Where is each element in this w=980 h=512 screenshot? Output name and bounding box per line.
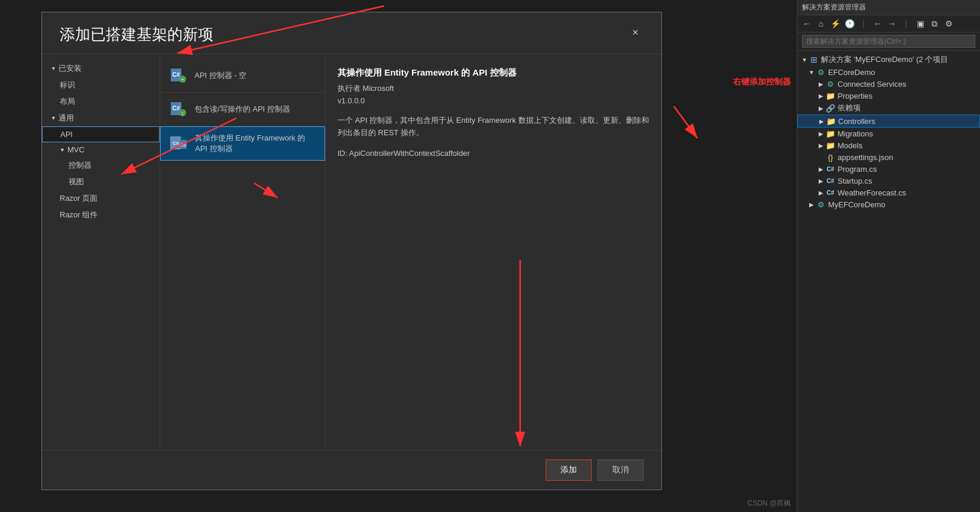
models-node[interactable]: ▶ 📁 Models xyxy=(797,139,980,151)
ctrl-chevron: ▶ xyxy=(817,116,826,126)
solution-label: 解决方案 'MyEFCoreDemo' (2 个项目 xyxy=(821,54,948,65)
desc-version: v1.0.0.0 xyxy=(338,96,650,105)
svg-text:+: + xyxy=(181,77,184,83)
api-rw-svg: C# ↕ xyxy=(168,100,187,119)
forward-btn[interactable]: → xyxy=(886,18,898,30)
cat-razor-pages[interactable]: Razor 页面 xyxy=(42,190,160,207)
properties-label: Properties xyxy=(838,92,872,100)
controllers-node[interactable]: ▶ 📁 Controllers xyxy=(797,115,980,128)
efcoredemo-chevron: ▼ xyxy=(807,67,816,77)
installed-chevron: ▼ xyxy=(51,66,56,71)
vs-icon[interactable]: ⚡ xyxy=(829,18,841,30)
cat-mvc[interactable]: ▼ MVC xyxy=(42,142,160,157)
myefcoredemo-node[interactable]: ▶ ⚙ MyEFCoreDemo xyxy=(797,198,980,210)
weatherforecast-label: WeatherForecast.cs xyxy=(838,188,906,197)
template-api-ef-icon: C# DB xyxy=(168,133,189,154)
template-api-empty-icon: C# + xyxy=(167,65,189,86)
annotation-right-click-text: 右键添加控制器 xyxy=(733,77,791,86)
template-api-rw-icon: C# ↕ xyxy=(167,99,189,120)
migrations-icon: 📁 xyxy=(826,129,835,138)
models-chevron: ▶ xyxy=(816,141,826,150)
sep2: | xyxy=(900,18,912,30)
cat-controllers[interactable]: 控制器 xyxy=(42,157,160,174)
controllers-label: Controllers xyxy=(838,117,875,126)
razor-components-label: Razor 组件 xyxy=(60,210,98,220)
cat-api[interactable]: API xyxy=(42,126,160,142)
api-empty-svg: C# + xyxy=(168,66,187,85)
desc-text: 一个 API 控制器，其中包含用于从 Entity Framework 数据上下… xyxy=(338,115,650,139)
myef-chevron: ▶ xyxy=(807,200,816,209)
identity-label: 标识 xyxy=(60,80,75,90)
template-api-empty[interactable]: C# + API 控制器 - 空 xyxy=(160,59,325,93)
connected-services-label: Connected Services xyxy=(838,80,906,89)
program-label: Program.cs xyxy=(838,165,877,174)
dialog-body: ▼ 已安装 标识 布局 ▼ 通用 API ▼ MVC 控制器 xyxy=(42,54,661,450)
dep-chevron: ▶ xyxy=(816,103,826,113)
desc-id: ID: ApiControllerWithContextScaffolder xyxy=(338,149,650,158)
home-btn[interactable]: ⌂ xyxy=(815,18,827,30)
back2-btn[interactable]: ← xyxy=(872,18,884,30)
dialog-header: 添加已搭建基架的新项 × xyxy=(42,12,661,54)
connected-services-node[interactable]: ▶ ⚙ Connected Services xyxy=(797,78,980,90)
weatherforecast-node[interactable]: ▶ C# WeatherForecast.cs xyxy=(797,187,980,198)
cat-installed[interactable]: ▼ 已安装 xyxy=(42,60,160,77)
api-ef-svg: C# DB xyxy=(169,134,188,153)
migrations-label: Migrations xyxy=(838,129,873,138)
dependencies-node[interactable]: ▶ 🔗 依赖项 xyxy=(797,102,980,115)
template-panel: C# + API 控制器 - 空 C# ↕ xyxy=(160,54,326,450)
dialog-title: 添加已搭建基架的新项 xyxy=(60,24,213,45)
migrations-node[interactable]: ▶ 📁 Migrations xyxy=(797,128,980,139)
dependencies-label: 依赖项 xyxy=(838,103,861,113)
svg-text:↕: ↕ xyxy=(181,110,184,116)
efcoredemo-node[interactable]: ▼ ⚙ EFCoreDemo xyxy=(797,66,980,78)
template-api-empty-label: API 控制器 - 空 xyxy=(194,70,246,81)
views-label: 视图 xyxy=(69,177,84,187)
controllers-cat-label: 控制器 xyxy=(69,160,92,171)
se-tree: ▼ ⊞ 解决方案 'MyEFCoreDemo' (2 个项目 ▼ ⚙ EFCor… xyxy=(797,51,980,213)
desc-author: 执行者 Microsoft xyxy=(338,83,650,94)
common-label: 通用 xyxy=(59,113,74,123)
add-button[interactable]: 添加 xyxy=(546,459,592,481)
connected-services-icon: ⚙ xyxy=(826,79,835,89)
properties-node[interactable]: ▶ 📁 Properties xyxy=(797,90,980,102)
cat-layout[interactable]: 布局 xyxy=(42,93,160,110)
weatherforecast-cs-icon: C# xyxy=(826,188,835,197)
template-api-ef[interactable]: C# DB 其操作使用 Entity Framework 的 API 控制器 xyxy=(160,126,325,161)
myefcoredemo-icon: ⚙ xyxy=(816,200,826,209)
solution-chevron: ▼ xyxy=(800,55,809,64)
cat-razor-components[interactable]: Razor 组件 xyxy=(42,207,160,223)
startup-chevron: ▶ xyxy=(816,176,826,185)
controllers-icon: 📁 xyxy=(826,116,836,126)
template-api-ef-label: 其操作使用 Entity Framework 的 API 控制器 xyxy=(195,133,317,154)
startup-node[interactable]: ▶ C# Startup.cs xyxy=(797,175,980,187)
cat-common[interactable]: ▼ 通用 xyxy=(42,110,160,126)
clock-btn[interactable]: 🕐 xyxy=(843,18,855,30)
se-search-input[interactable] xyxy=(802,35,975,48)
appsettings-node[interactable]: ▶ {} appsettings.json xyxy=(797,151,980,163)
se-search-bar xyxy=(797,32,980,51)
copy-btn[interactable]: ⧉ xyxy=(929,18,940,30)
models-label: Models xyxy=(838,141,862,150)
watermark-text: CSDN @昇枫 xyxy=(747,499,791,507)
efcoredemo-label: EFCoreDemo xyxy=(828,68,875,77)
cancel-button[interactable]: 取消 xyxy=(598,459,644,481)
solution-icon: ⊞ xyxy=(809,55,819,64)
cat-views[interactable]: 视图 xyxy=(42,174,160,190)
startup-label: Startup.cs xyxy=(838,177,872,185)
desc-title: 其操作使用 Entity Framework 的 API 控制器 xyxy=(338,66,650,79)
back-btn[interactable]: ← xyxy=(801,18,813,30)
wf-chevron: ▶ xyxy=(816,188,826,197)
myefcoredemo-label: MyEFCoreDemo xyxy=(828,200,885,209)
prog-chevron: ▶ xyxy=(816,164,826,174)
template-api-rw[interactable]: C# ↕ 包含读/写操作的 API 控制器 xyxy=(160,93,325,126)
props-chevron: ▶ xyxy=(816,91,826,100)
settings-btn[interactable]: ⚙ xyxy=(943,18,955,30)
solution-node[interactable]: ▼ ⊞ 解决方案 'MyEFCoreDemo' (2 个项目 xyxy=(797,53,980,66)
program-node[interactable]: ▶ C# Program.cs xyxy=(797,163,980,175)
close-button[interactable]: × xyxy=(627,24,644,41)
cat-identity[interactable]: 标识 xyxy=(42,77,160,93)
cs-chevron: ▶ xyxy=(816,79,826,89)
window-btn[interactable]: ▣ xyxy=(914,18,926,30)
efcoredemo-icon: ⚙ xyxy=(816,67,826,77)
scaffold-dialog: 添加已搭建基架的新项 × ▼ 已安装 标识 布局 ▼ 通用 API ▼ xyxy=(41,12,662,490)
